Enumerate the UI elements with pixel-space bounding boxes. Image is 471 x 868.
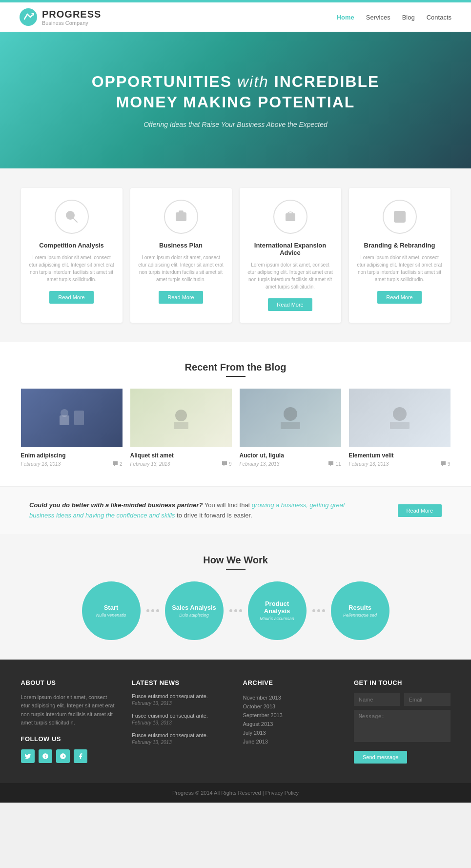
footer-contact: GET IN TOUCH Send message: [354, 679, 451, 764]
logo-icon: [20, 8, 37, 26]
social-googleplus-icon[interactable]: [56, 749, 70, 763]
blog-date-4: February 13, 2013: [349, 461, 389, 467]
blog-meta-1: February 13, 2013 2: [21, 461, 123, 467]
footer-about-title: ABOUT US: [21, 679, 118, 686]
how-dot: [146, 609, 149, 612]
how-dots-1: [146, 609, 159, 612]
blog-section-title: Recent From the Blog: [20, 362, 451, 373]
how-dot: [322, 609, 325, 612]
service-icon-competition: [55, 200, 89, 234]
blog-title-4: Elementum velit: [349, 452, 451, 459]
archive-item-4: August 2013: [243, 720, 340, 728]
footer-follow: FOLLOW US: [21, 735, 118, 763]
blog-section: Recent From the Blog Enim adipiscing Feb…: [0, 342, 471, 486]
blog-date-1: February 13, 2013: [21, 461, 61, 467]
footer-about-text: Lorem ipsum dolor sit amet, consect etur…: [21, 693, 118, 727]
how-dot: [234, 609, 237, 612]
how-step-4: Results Pellentesque sed: [331, 581, 389, 640]
blog-meta-4: February 13, 2013 9: [349, 461, 451, 467]
service-card-branding: Branding & Rebranding Lorem ipsum dolor …: [349, 188, 451, 323]
archive-item-2: October 2013: [243, 702, 340, 711]
nav-blog[interactable]: Blog: [402, 14, 415, 21]
social-facebook-icon[interactable]: [74, 749, 87, 763]
how-dot: [317, 609, 320, 612]
services-grid: Competition Analysis Lorem ipsum dolor s…: [21, 188, 451, 323]
logo-main-text: PROGRESS: [42, 9, 101, 20]
service-card-competition: Competition Analysis Lorem ipsum dolor s…: [21, 188, 123, 323]
svg-point-19: [393, 407, 407, 421]
service-btn-4[interactable]: Read More: [377, 291, 421, 304]
hero-title: OPPORTUNITIES with INCREDIBLEMONEY MAKIN…: [92, 72, 380, 112]
svg-line-4: [73, 218, 77, 222]
how-step-2-title: Sales Analysis: [172, 604, 216, 611]
service-title-2: Business Plan: [138, 242, 224, 249]
how-dot: [229, 609, 232, 612]
service-title-3: International Expansion Advice: [247, 242, 333, 256]
blog-date-2: February 13, 2013: [130, 461, 170, 467]
social-skype-icon[interactable]: [39, 749, 52, 763]
header: PROGRESS Business Company Home Services …: [0, 2, 471, 32]
svg-rect-5: [176, 213, 186, 221]
how-step-1-title: Start: [104, 604, 119, 611]
archive-item-5: July 2013: [243, 728, 340, 737]
how-title: How We Work: [20, 555, 451, 566]
contact-name-input[interactable]: [354, 693, 400, 706]
blog-comments-2: 9: [222, 461, 232, 467]
news-text-2: Fusce euismod consequat ante.: [132, 713, 228, 719]
nav-contacts[interactable]: Contacts: [427, 14, 451, 21]
how-step-3-sub: Mauris accumsan: [260, 616, 294, 621]
service-card-expansion: International Expansion Advice Lorem ips…: [240, 188, 341, 323]
footer-copy: Progress © 2014 All Rights Reserved | Pr…: [172, 790, 299, 796]
hero-subtitle: Offering Ideas that Raise Your Business …: [143, 121, 328, 128]
contact-message-input[interactable]: [354, 710, 451, 742]
service-desc-3: Lorem ipsum dolor sit amet, consect etur…: [247, 261, 333, 290]
service-desc-2: Lorem ipsum dolor sit amet, consect etur…: [138, 254, 224, 283]
blog-comments-1: 2: [112, 461, 123, 467]
contact-email-input[interactable]: [404, 693, 451, 706]
blog-meta-3: February 13, 2013 11: [240, 461, 341, 467]
service-btn-1[interactable]: Read More: [49, 291, 93, 304]
main-nav: Home Services Blog Contacts: [337, 14, 451, 21]
service-btn-2[interactable]: Read More: [159, 291, 203, 304]
footer-news-title: LATEST NEWS: [132, 679, 228, 686]
cta-read-more-btn[interactable]: Read More: [398, 504, 442, 517]
archive-item-6: June 2013: [243, 737, 340, 746]
blog-meta-2: February 13, 2013 9: [130, 461, 232, 467]
footer-archive: ARCHIVE November 2013 October 2013 Septe…: [243, 679, 340, 764]
service-title-1: Competition Analysis: [29, 242, 115, 249]
news-text-1: Fusce euismod consequat ante.: [132, 693, 228, 699]
contact-send-btn[interactable]: Send message: [354, 751, 407, 764]
news-item-1: Fusce euismod consequat ante. February 1…: [132, 693, 228, 706]
blog-title-3: Auctor ut, ligula: [240, 452, 341, 459]
cta-question: Could you do better with a like-minded b…: [29, 501, 203, 509]
social-icons: [21, 749, 118, 763]
social-twitter-icon[interactable]: [21, 749, 35, 763]
how-dot: [239, 609, 242, 612]
how-dot: [151, 609, 154, 612]
how-dots-2: [229, 609, 242, 612]
footer-about: ABOUT US Lorem ipsum dolor sit amet, con…: [21, 679, 118, 764]
archive-item-3: September 2013: [243, 711, 340, 720]
service-btn-3[interactable]: Read More: [268, 298, 312, 311]
blog-title-2: Aliquet sit amet: [130, 452, 232, 459]
cta-text-post: to drive it forward is easier.: [177, 512, 252, 519]
footer-grid: ABOUT US Lorem ipsum dolor sit amet, con…: [21, 679, 451, 764]
blog-card-1: Enim adipiscing February 13, 2013 2: [21, 389, 123, 467]
nav-services[interactable]: Services: [366, 14, 390, 21]
logo-sub-text: Business Company: [42, 20, 101, 26]
news-item-3: Fusce euismod consequat ante. February 1…: [132, 732, 228, 745]
blog-card-4: Elementum velit February 13, 2013 9: [349, 389, 451, 467]
svg-rect-16: [174, 422, 188, 429]
service-desc-4: Lorem ipsum dolor sit amet, consect etur…: [357, 254, 443, 283]
how-step-1: Start Nulla venenatis: [82, 581, 141, 640]
archive-list: November 2013 October 2013 September 201…: [243, 693, 340, 746]
blog-title-1: Enim adipiscing: [21, 452, 123, 459]
nav-home[interactable]: Home: [337, 14, 354, 21]
news-date-1: February 13, 2013: [132, 701, 228, 706]
blog-card-2: Aliquet sit amet February 13, 2013 9: [130, 389, 232, 467]
svg-rect-18: [281, 422, 300, 429]
footer-follow-title: FOLLOW US: [21, 735, 118, 743]
service-icon-business: [164, 200, 198, 234]
svg-rect-20: [390, 422, 410, 429]
news-text-3: Fusce euismod consequat ante.: [132, 732, 228, 738]
